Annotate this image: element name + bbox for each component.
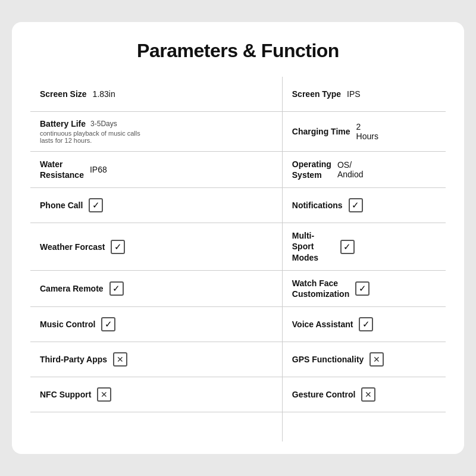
- cell-right: OperatingSystem OS/ Andiod: [282, 151, 446, 187]
- cell-right: GPS Functionality ✕: [282, 342, 446, 377]
- battery-label: Battery Life: [40, 119, 86, 129]
- cell-label: Weather Forcast: [40, 242, 105, 252]
- cell-left: Phone Call ✓: [30, 188, 283, 223]
- cell-value: IPS: [347, 89, 361, 99]
- table-row: Screen Size 1.83in Screen Type IPS: [30, 76, 446, 111]
- x-icon: ✕: [369, 352, 384, 367]
- cell-value: IP68: [90, 165, 107, 174]
- cell-label: Charging Time: [292, 127, 350, 136]
- cell-label: Screen Size: [40, 89, 87, 99]
- table-row: Battery Life 3-5Days continuous playback…: [30, 111, 446, 151]
- cell-label: Multi-SportModes: [292, 230, 334, 263]
- check-icon: ✓: [111, 240, 125, 254]
- battery-days: 3-5Days: [90, 120, 117, 128]
- cell-value: 2 Hours: [356, 122, 378, 141]
- check-icon: ✓: [109, 281, 124, 296]
- cell-right: Notifications ✓: [282, 188, 446, 223]
- cell-left: Music Control ✓: [30, 307, 283, 342]
- table-row: Music Control ✓ Voice Assistant ✓: [30, 307, 446, 342]
- x-icon: ✕: [361, 387, 375, 402]
- check-icon: ✓: [359, 317, 373, 331]
- check-icon: ✓: [340, 240, 355, 254]
- cell-left: Camera Remote ✓: [30, 270, 283, 306]
- table-row: NFC Support ✕ Gesture Control ✕: [30, 377, 446, 412]
- check-icon: ✓: [89, 198, 103, 212]
- cell-value: OS/ Andiod: [337, 160, 364, 179]
- cell-right: Voice Assistant ✓: [282, 307, 446, 342]
- cell-right: Gesture Control ✕: [282, 377, 446, 412]
- battery-sub: continuous playback of music calls lasts…: [40, 130, 146, 144]
- cell-label: NFC Support: [40, 390, 91, 399]
- page-wrapper: Parameters & Function Screen Size 1.83in…: [12, 22, 464, 454]
- cell-left: NFC Support ✕: [30, 377, 283, 412]
- check-icon: ✓: [101, 317, 115, 331]
- table-row: WaterResistance IP68 OperatingSystem OS/…: [30, 151, 446, 187]
- table-row: [30, 412, 446, 442]
- cell-label: WaterResistance: [40, 159, 84, 180]
- table-row: Third-Party Apps ✕ GPS Functionality ✕: [30, 342, 446, 377]
- parameters-table: Screen Size 1.83in Screen Type IPS Batte…: [30, 76, 446, 442]
- cell-right: Screen Type IPS: [282, 76, 446, 111]
- table-row: Weather Forcast ✓ Multi-SportModes ✓: [30, 223, 446, 271]
- cell-label: Watch FaceCustomization: [292, 278, 349, 299]
- cell-label: Third-Party Apps: [40, 355, 107, 364]
- cell-right: Multi-SportModes ✓: [282, 223, 446, 271]
- cell-label: Notifications: [292, 201, 343, 210]
- cell-right: Watch FaceCustomization ✓: [282, 270, 446, 306]
- cell-label: GPS Functionality: [292, 355, 364, 364]
- cell-left: Third-Party Apps ✕: [30, 342, 283, 377]
- cell-label: OperatingSystem: [292, 159, 331, 180]
- check-icon: ✓: [355, 281, 369, 296]
- cell-right: [282, 412, 446, 442]
- table-row: Phone Call ✓ Notifications ✓: [30, 188, 446, 223]
- table-row: Camera Remote ✓ Watch FaceCustomization …: [30, 270, 446, 306]
- cell-left: [30, 412, 283, 442]
- cell-left: Battery Life 3-5Days continuous playback…: [30, 111, 283, 151]
- cell-label: Camera Remote: [40, 284, 104, 293]
- cell-label: Voice Assistant: [292, 320, 353, 329]
- cell-value: 1.83in: [93, 89, 115, 99]
- x-icon: ✕: [113, 352, 127, 367]
- cell-label: Phone Call: [40, 201, 83, 210]
- x-icon: ✕: [97, 387, 111, 402]
- cell-left: Weather Forcast ✓: [30, 223, 283, 271]
- check-icon: ✓: [349, 198, 363, 212]
- cell-label: Screen Type: [292, 89, 341, 99]
- cell-right: Charging Time 2 Hours: [282, 111, 446, 151]
- page-title: Parameters & Function: [30, 40, 446, 62]
- cell-left: WaterResistance IP68: [30, 151, 283, 187]
- cell-label: Music Control: [40, 320, 95, 329]
- cell-left: Screen Size 1.83in: [30, 76, 283, 111]
- cell-label: Gesture Control: [292, 390, 356, 399]
